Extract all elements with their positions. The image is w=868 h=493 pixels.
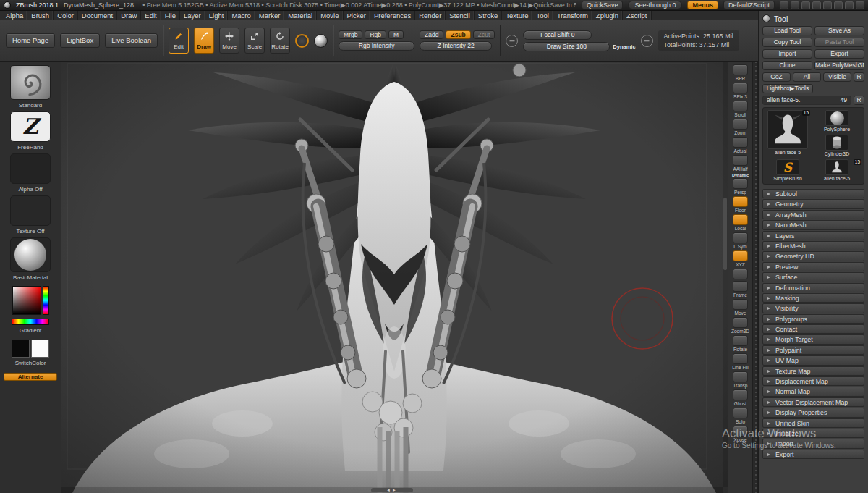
section-contact[interactable]: Contact (762, 324, 864, 334)
z-intensity-slider[interactable]: Z Intensity 22 (420, 41, 492, 51)
draw-mode-button[interactable]: Draw (194, 28, 214, 54)
section-unified-skin[interactable]: Unified Skin (762, 418, 864, 428)
vertical-scroll-handle[interactable] (723, 198, 727, 270)
section-texture-map[interactable]: Texture Map (762, 366, 864, 376)
rightshelf-xyz[interactable]: XYZ (730, 250, 752, 267)
rightshelf-move[interactable]: Move (730, 299, 752, 316)
goz-r-button[interactable]: R (854, 72, 864, 82)
zsub-button[interactable]: Zsub (446, 30, 470, 39)
tool-thumbnail-cylinder3d[interactable]: Cylinder3D (812, 135, 861, 157)
menu-macro[interactable]: Macro (228, 11, 255, 20)
section-surface[interactable]: Surface (762, 272, 864, 282)
canvas-horizontal-scrollbar[interactable]: ◄► (61, 487, 723, 493)
current-material-thumbnail[interactable] (10, 237, 51, 272)
rightshelf-spix-3[interactable]: SPix 3 (730, 83, 752, 99)
menu-zscript[interactable]: Zscript (623, 11, 652, 20)
section-layers[interactable]: Layers (762, 231, 864, 240)
rightshelf-l-sym[interactable]: L.Sym (730, 232, 752, 249)
menu-color[interactable]: Color (54, 11, 78, 20)
help-icon[interactable] (856, 1, 864, 9)
rightshelf-aahalf[interactable]: AAHalf (730, 155, 752, 172)
mrgb-button[interactable]: Mrgb (339, 30, 362, 39)
rightshelf-solo[interactable]: Solo (730, 408, 752, 424)
section-displacement-map[interactable]: Displacement Map (762, 376, 864, 386)
tray-divider[interactable] (752, 62, 758, 493)
section-uv-map[interactable]: UV Map (762, 355, 864, 365)
paste-tool-button[interactable]: Paste Tool (814, 38, 864, 47)
home-page-button[interactable]: Home Page (6, 33, 55, 48)
rightshelf-actual[interactable]: Actual (730, 137, 752, 153)
section-morph-target[interactable]: Morph Target (762, 334, 864, 344)
default-zscript-button[interactable]: DefaultZScript (723, 1, 775, 9)
monitor-icon[interactable] (834, 1, 843, 9)
rightshelf-scroll[interactable]: Scroll (730, 101, 752, 117)
color-picker[interactable] (12, 286, 49, 315)
lightbox-button[interactable]: LightBox (60, 33, 100, 48)
zcut-button[interactable]: Zcut (473, 30, 495, 39)
menu-transform[interactable]: Transform (553, 11, 592, 20)
edit-mode-button[interactable]: Edit (169, 28, 189, 54)
section-display-properties[interactable]: Display Properties (762, 408, 864, 417)
section-subtool[interactable]: Subtool (762, 189, 864, 198)
tool-thumbnail-polysphere[interactable]: PolySphere (812, 110, 861, 132)
tool-thumbnail-simplebrush[interactable]: S SimpleBrush (765, 159, 810, 182)
goz-button[interactable]: GoZ (762, 72, 791, 82)
menu-picker[interactable]: Picker (344, 11, 370, 20)
main-color-swatch[interactable] (12, 340, 30, 358)
sculptris-pro-button[interactable] (295, 34, 309, 48)
tool-palette-header[interactable]: Tool (762, 13, 864, 24)
rightshelf-rotate[interactable]: Rotate (730, 335, 752, 352)
goz-visible-button[interactable]: Visible (823, 72, 851, 82)
pen-icon[interactable] (780, 1, 788, 9)
import-tool-button[interactable]: Import (762, 49, 812, 59)
m-button[interactable]: M (388, 30, 404, 39)
section-geometry-hd[interactable]: Geometry HD (762, 251, 864, 261)
alternate-button[interactable]: Alternate (4, 373, 57, 381)
section-nanomesh[interactable]: NanoMesh (762, 220, 864, 229)
goz-all-button[interactable]: All (793, 72, 821, 82)
rightshelf-floor[interactable]: Floor (730, 196, 752, 213)
gear-icon[interactable] (845, 1, 854, 9)
tool-thumbnail-alien-face-5[interactable]: 15 alien face-5 (812, 159, 861, 182)
menu-render[interactable]: Render (415, 11, 446, 20)
section-arraymesh[interactable]: ArrayMesh (762, 210, 864, 219)
split-view-icon[interactable] (823, 1, 832, 9)
color-picker-square[interactable] (12, 286, 41, 315)
menu-file[interactable]: File (161, 11, 180, 20)
menu-stroke[interactable]: Stroke (475, 11, 502, 20)
canvas-vertical-scrollbar[interactable] (723, 62, 728, 487)
rightshelf-xpose[interactable]: Xpose (730, 426, 752, 442)
move-mode-button[interactable]: Move (219, 28, 239, 54)
draw-size-slider[interactable]: Draw Size 108 (523, 42, 610, 51)
make-polymesh3d-button[interactable]: Make PolyMesh3D (814, 61, 864, 70)
rightshelf-frame[interactable]: Frame (730, 281, 752, 298)
rightshelf-transp[interactable]: Transp (730, 371, 752, 388)
section-fibermesh[interactable]: FiberMesh (762, 241, 864, 250)
see-through-slider[interactable]: See-through 0 (628, 1, 682, 9)
dynamic-label[interactable]: Dynamic (613, 43, 635, 50)
quicksave-button[interactable]: QuickSave (582, 1, 624, 9)
scale-mode-button[interactable]: Scale (244, 28, 265, 54)
section-preview[interactable]: Preview (762, 262, 864, 271)
rightshelf-persp[interactable]: DynamicPersp (730, 173, 752, 195)
current-texture-thumbnail[interactable] (10, 195, 51, 226)
lightbox-tools-button[interactable]: Lightbox▶Tools (762, 84, 813, 93)
palette-icon[interactable] (791, 1, 799, 9)
rightshelf-zoom[interactable]: Zoom (730, 119, 752, 135)
menu-material[interactable]: Material (284, 11, 317, 20)
live-boolean-button[interactable]: Live Boolean (105, 33, 158, 48)
rightshelf-line-fill[interactable]: Line Fill (730, 353, 752, 370)
menu-tool[interactable]: Tool (532, 11, 553, 20)
rightshelf-bpr[interactable]: BPR (730, 64, 752, 81)
menus-button[interactable]: Menus (687, 1, 718, 9)
rotate-mode-button[interactable]: Rotate (270, 28, 290, 54)
current-alpha-thumbnail[interactable] (10, 153, 51, 184)
horizontal-scroll-handle[interactable]: ◄► (371, 488, 413, 492)
section-masking[interactable]: Masking (762, 293, 864, 303)
current-brush-thumbnail[interactable] (10, 65, 51, 100)
current-stroke-thumbnail[interactable]: Z (10, 111, 51, 142)
focal-shift-slider[interactable]: Focal Shift 0 (523, 30, 592, 40)
export-tool-button[interactable]: Export (814, 49, 864, 59)
section-deformation[interactable]: Deformation (762, 283, 864, 292)
section-visibility[interactable]: Visibility (762, 303, 864, 313)
